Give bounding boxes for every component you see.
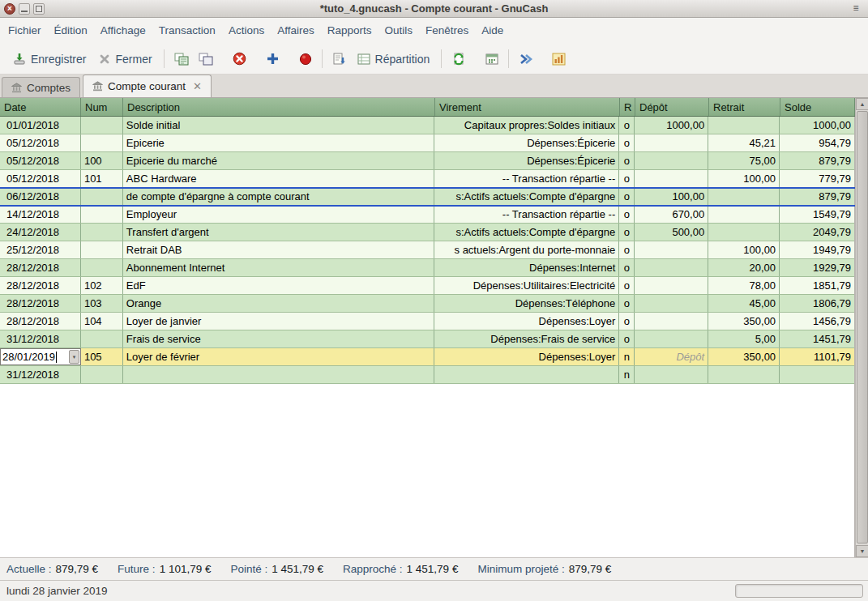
cell-retrait[interactable]: 100,00 bbox=[708, 170, 780, 187]
cell-virement[interactable]: -- Transaction répartie -- bbox=[434, 170, 619, 187]
date-picker-button[interactable]: ▾ bbox=[69, 350, 79, 364]
cell-depot[interactable] bbox=[635, 170, 708, 187]
cell-virement[interactable]: Dépenses:Épicerie bbox=[434, 152, 619, 169]
tab-comptes[interactable]: Comptes bbox=[2, 77, 80, 97]
cell-retrait[interactable] bbox=[708, 224, 780, 241]
cell-retrait[interactable]: 45,00 bbox=[708, 295, 780, 312]
cell-solde[interactable]: 2049,79 bbox=[780, 224, 854, 241]
cell-desc[interactable]: Abonnement Internet bbox=[123, 259, 435, 276]
cell-solde[interactable]: 879,79 bbox=[780, 152, 854, 169]
cell-solde[interactable]: 1456,79 bbox=[780, 313, 854, 330]
titlebar[interactable]: × *tuto_4.gnucash - Compte courant - Gnu… bbox=[0, 0, 868, 18]
cell-r[interactable]: o bbox=[619, 206, 635, 223]
cell-desc[interactable]: Retrait DAB bbox=[123, 241, 435, 258]
cell-r[interactable]: o bbox=[619, 134, 635, 151]
cell-desc[interactable] bbox=[123, 366, 435, 383]
register-row[interactable]: 31/12/2018Frais de serviceDépenses:Frais… bbox=[0, 330, 854, 348]
column-header-virement[interactable]: Virement bbox=[435, 98, 620, 116]
cell-depot[interactable] bbox=[635, 366, 708, 383]
window-menu-icon[interactable]: ≡ bbox=[849, 2, 862, 15]
cell-solde[interactable]: 1451,79 bbox=[780, 330, 854, 347]
cell-r[interactable]: n bbox=[619, 366, 635, 383]
cell-virement[interactable]: -- Transaction répartie -- bbox=[434, 206, 619, 223]
column-header-r[interactable]: R bbox=[620, 98, 635, 116]
cell-virement[interactable]: Dépenses:Frais de service bbox=[434, 330, 619, 347]
cell-virement[interactable]: s:Actifs actuels:Compte d'épargne bbox=[434, 188, 619, 205]
delete-transaction-button[interactable] bbox=[228, 49, 251, 69]
cell-solde[interactable]: 779,79 bbox=[780, 170, 854, 187]
cell-retrait[interactable]: 20,00 bbox=[708, 259, 780, 276]
column-header-solde[interactable]: Solde bbox=[780, 98, 855, 116]
cell-date[interactable]: 06/12/2018 bbox=[0, 188, 81, 205]
register-row[interactable]: 28/12/2018Abonnement InternetDépenses:In… bbox=[0, 259, 854, 277]
cell-solde[interactable]: 879,79 bbox=[780, 188, 854, 205]
close-register-button[interactable]: Fermer bbox=[92, 49, 158, 69]
scroll-up-button[interactable]: ▲ bbox=[856, 98, 868, 110]
cell-date[interactable]: 28/01/2019▾ bbox=[0, 348, 81, 365]
column-header-depot[interactable]: Dépôt bbox=[635, 98, 709, 116]
cell-date[interactable]: 28/12/2018 bbox=[0, 295, 81, 312]
cell-virement[interactable]: Dépenses:Utilitaires:Electricité bbox=[434, 277, 619, 294]
register-row[interactable]: 28/12/2018104Loyer de janvierDépenses:Lo… bbox=[0, 313, 854, 330]
schedule-button[interactable] bbox=[481, 49, 503, 69]
menu-fichier[interactable]: Fichier bbox=[2, 18, 48, 44]
register-row[interactable]: 01/01/2018Solde initialCapitaux propres:… bbox=[0, 117, 854, 134]
cell-num[interactable] bbox=[81, 224, 123, 241]
register-body[interactable]: 01/01/2018Solde initialCapitaux propres:… bbox=[0, 117, 855, 557]
scroll-down-button[interactable]: ▼ bbox=[856, 545, 868, 557]
cell-solde[interactable]: 1000,00 bbox=[780, 117, 854, 134]
menu-rapports[interactable]: Rapports bbox=[321, 18, 378, 44]
cell-virement[interactable]: Dépenses:Épicerie bbox=[434, 134, 619, 151]
cell-virement[interactable]: Dépenses:Téléphone bbox=[434, 295, 619, 312]
cell-retrait[interactable]: 350,00 bbox=[708, 313, 780, 330]
menu-affaires[interactable]: Affaires bbox=[271, 18, 321, 44]
cell-virement[interactable]: Dépenses:Loyer bbox=[434, 348, 619, 365]
duplicate-transaction-button[interactable] bbox=[169, 49, 194, 69]
menu-affichage[interactable]: Affichage bbox=[94, 18, 152, 44]
register-row[interactable]: 14/12/2018Employeur-- Transaction répart… bbox=[0, 206, 854, 224]
add-transaction-button[interactable] bbox=[261, 49, 284, 69]
cell-virement[interactable]: Dépenses:Loyer bbox=[434, 313, 619, 330]
cell-num[interactable] bbox=[81, 117, 123, 134]
maximize-window-button[interactable] bbox=[33, 3, 45, 15]
cell-r[interactable]: o bbox=[619, 295, 635, 312]
cell-retrait[interactable] bbox=[708, 206, 780, 223]
close-window-button[interactable]: × bbox=[4, 3, 15, 15]
cell-virement[interactable]: s actuels:Argent du porte-monnaie bbox=[434, 241, 619, 258]
cell-desc[interactable]: Epicerie bbox=[123, 134, 435, 151]
cell-retrait[interactable]: 45,21 bbox=[708, 134, 780, 151]
cell-retrait[interactable] bbox=[708, 117, 780, 134]
register-row[interactable]: 06/12/2018de compte d'épargne à compte c… bbox=[0, 188, 854, 206]
cell-retrait[interactable] bbox=[708, 188, 780, 205]
register-row[interactable]: 05/12/2018101ABC Hardware-- Transaction … bbox=[0, 170, 854, 188]
cell-virement[interactable]: Dépenses:Internet bbox=[434, 259, 619, 276]
vertical-scrollbar[interactable]: ▲ ▼ bbox=[855, 98, 868, 557]
cell-date[interactable]: 28/12/2018 bbox=[0, 259, 81, 276]
cell-depot[interactable] bbox=[635, 134, 708, 151]
cell-retrait[interactable]: 5,00 bbox=[708, 330, 780, 347]
menu-transaction[interactable]: Transaction bbox=[152, 18, 222, 44]
register-row[interactable]: 25/12/2018Retrait DABs actuels:Argent du… bbox=[0, 241, 854, 259]
cell-depot[interactable]: 500,00 bbox=[635, 224, 708, 241]
cell-date[interactable]: 05/12/2018 bbox=[0, 152, 81, 169]
cell-desc[interactable]: ABC Hardware bbox=[123, 170, 435, 187]
cell-num[interactable]: 100 bbox=[81, 152, 123, 169]
jump-button[interactable] bbox=[514, 49, 537, 69]
cell-depot[interactable] bbox=[635, 259, 708, 276]
cell-date[interactable]: 31/12/2018 bbox=[0, 330, 81, 347]
column-header-num[interactable]: Num bbox=[81, 98, 123, 116]
cell-depot[interactable]: 670,00 bbox=[635, 206, 708, 223]
tab-close-icon[interactable]: ✕ bbox=[193, 81, 202, 92]
cell-depot[interactable] bbox=[635, 241, 708, 258]
cell-solde[interactable] bbox=[780, 366, 854, 383]
cell-r[interactable]: o bbox=[619, 224, 635, 241]
cell-desc[interactable]: Loyer de février bbox=[123, 348, 435, 365]
cell-solde[interactable]: 1949,79 bbox=[780, 241, 854, 258]
cell-desc[interactable]: Transfert d'argent bbox=[123, 224, 435, 241]
cell-retrait[interactable]: 75,00 bbox=[708, 152, 780, 169]
cell-depot[interactable] bbox=[635, 313, 708, 330]
cell-depot[interactable] bbox=[635, 277, 708, 294]
register-row[interactable]: 24/12/2018Transfert d'argents:Actifs act… bbox=[0, 224, 854, 241]
cell-num[interactable]: 101 bbox=[81, 170, 123, 187]
copy-transaction-button[interactable] bbox=[194, 49, 218, 69]
